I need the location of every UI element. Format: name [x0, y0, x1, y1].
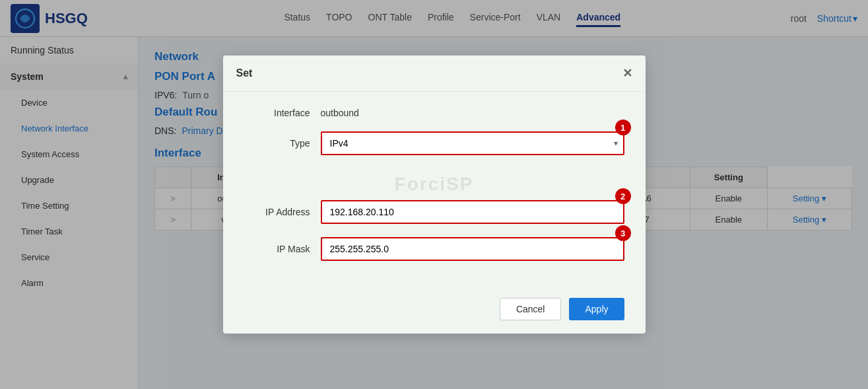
ip-mask-control: 3	[321, 237, 624, 261]
dialog-header: Set ✕	[223, 55, 646, 92]
step-1-badge: 1	[615, 120, 631, 135]
step-3-badge: 3	[615, 225, 631, 241]
type-control: IPv4 IPv6 ▾ 1	[321, 131, 624, 155]
interface-value: outbound	[321, 108, 359, 118]
interface-label: Interface	[244, 108, 310, 118]
ip-mask-label: IP Mask	[244, 244, 310, 254]
type-label: Type	[244, 138, 310, 149]
step-2-badge: 2	[615, 188, 631, 204]
dialog-title: Set	[236, 67, 253, 79]
ip-address-input[interactable]	[321, 200, 624, 224]
interface-row: Interface outbound	[244, 108, 624, 118]
type-row: Type IPv4 IPv6 ▾ 1	[244, 131, 624, 155]
ip-address-row: IP Address 2	[244, 200, 624, 224]
ip-address-control: 2	[321, 200, 624, 224]
cancel-button[interactable]: Cancel	[500, 298, 562, 320]
dialog-footer: Cancel Apply	[223, 287, 646, 334]
type-select-wrapper: IPv4 IPv6 ▾	[321, 131, 624, 155]
ip-mask-row: IP Mask 3	[244, 237, 624, 261]
dialog-body: Interface outbound Type IPv4 IPv6 ▾ 1	[223, 92, 646, 287]
modal-overlay: Set ✕ Interface outbound Type IPv4 IPv6	[0, 0, 868, 389]
close-icon[interactable]: ✕	[622, 66, 632, 81]
ip-address-label: IP Address	[244, 207, 310, 217]
ip-mask-input[interactable]	[321, 237, 624, 261]
apply-button[interactable]: Apply	[569, 298, 624, 320]
type-select[interactable]: IPv4 IPv6	[321, 131, 624, 155]
set-dialog: Set ✕ Interface outbound Type IPv4 IPv6	[223, 55, 646, 334]
watermark: ForciSP	[244, 168, 624, 200]
